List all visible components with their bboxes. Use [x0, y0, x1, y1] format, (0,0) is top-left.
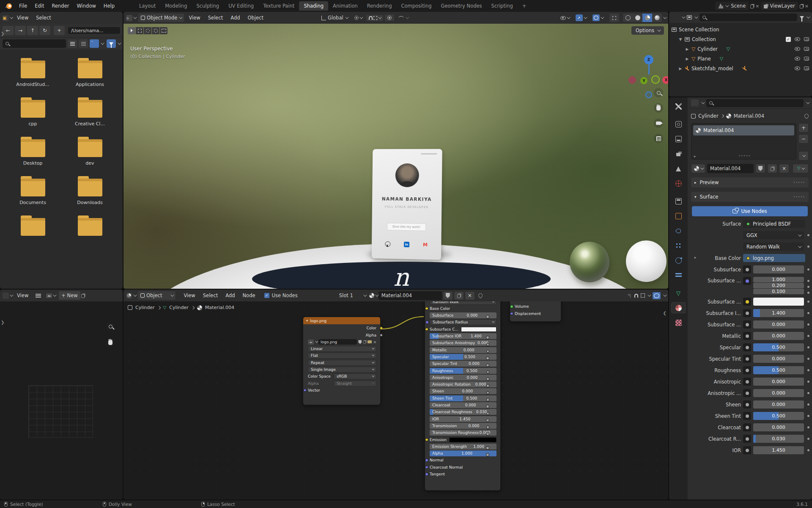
shading-wireframe-button[interactable] [623, 14, 633, 22]
view-thumbnail-button[interactable] [90, 39, 99, 48]
slot-expand-icon[interactable]: ▸ [694, 154, 696, 158]
vector-input-socket[interactable] [425, 466, 428, 469]
animate-dot[interactable] [807, 301, 809, 303]
value-slider[interactable]: 0.000 [753, 378, 804, 386]
value-input-socket[interactable] [486, 315, 489, 319]
value-slider[interactable]: 0.500 [753, 343, 804, 351]
bsdf-row-sheen-tint[interactable]: Sheen Tint0.500 [430, 395, 497, 401]
shader-editor[interactable]: Object ViewSelectAddNode ✓ Use Nodes Slo… [123, 290, 668, 500]
menu-render[interactable]: Render [48, 2, 73, 10]
viewport-3d[interactable]: ⊹ Object Mode ViewSelectAddObject Global [123, 12, 668, 289]
vector-input-socket[interactable] [303, 389, 307, 392]
value-slider[interactable]: 0.500 [753, 412, 804, 420]
disclosure-icon[interactable]: ▶ [678, 66, 683, 71]
value-input-socket[interactable] [486, 405, 489, 409]
checkbox-checked-icon[interactable]: ✓ [786, 37, 791, 42]
socket-button[interactable] [743, 435, 751, 443]
menu-file[interactable]: File [15, 2, 31, 10]
value-input-socket[interactable] [486, 377, 490, 381]
bsdf-row-metallic[interactable]: Metallic0.000 [430, 347, 497, 353]
vector-field[interactable]: 0.200 [753, 283, 804, 288]
value-input-socket[interactable] [486, 398, 490, 401]
create-folder-button[interactable]: + [54, 26, 65, 35]
image-name-field[interactable]: logo.png [318, 339, 357, 345]
socket-button[interactable] [743, 343, 751, 351]
bsdf-row-emission[interactable]: Emission [430, 437, 497, 443]
animate-dot[interactable] [807, 346, 809, 348]
properties-tab-physics[interactable] [671, 255, 686, 266]
overlays-icon[interactable] [653, 292, 661, 299]
zoom-gizmo[interactable] [654, 88, 663, 97]
shader-input-socket[interactable] [510, 305, 513, 309]
socket-button[interactable] [743, 265, 751, 273]
workspace-tab-uv-editing[interactable]: UV Editing [224, 1, 258, 11]
properties-tab-scene[interactable] [671, 163, 686, 174]
workspace-tab-scripting[interactable]: Scripting [487, 1, 518, 11]
bsdf-row-tangent[interactable]: Tangent [430, 471, 497, 477]
color-swatch[interactable] [461, 327, 497, 332]
breadcrumb-object[interactable]: Cylinder [698, 113, 719, 119]
outliner-type-icon[interactable] [672, 14, 679, 21]
value-input-socket[interactable] [486, 370, 490, 374]
animate-dot[interactable] [807, 246, 809, 248]
fake-user-button[interactable] [443, 291, 453, 300]
white-sphere-object[interactable] [626, 240, 667, 282]
color-input-socket[interactable] [425, 438, 428, 442]
folder-item-partial[interactable] [61, 215, 118, 236]
mode-selector[interactable]: Object Mode [138, 14, 184, 22]
menu-object[interactable]: Object [244, 14, 267, 22]
properties-tab-texture[interactable] [671, 317, 686, 328]
folder-item[interactable]: Documents [4, 175, 61, 205]
use-nodes-checkbox[interactable]: ✓ Use Nodes [264, 293, 298, 298]
menu-view[interactable]: View [185, 14, 204, 22]
forward-button[interactable]: → [15, 26, 26, 35]
outliner-row-collection[interactable]: ▼Collection✓ [672, 34, 812, 44]
workspace-tab-+[interactable]: + [518, 1, 531, 11]
region-expander-icon[interactable]: ❮ [663, 311, 667, 315]
animate-dot[interactable] [807, 449, 809, 451]
use-nodes-button[interactable]: Use Nodes [692, 206, 808, 216]
animate-dot[interactable] [807, 335, 809, 337]
workspace-tab-sculpting[interactable]: Sculpting [192, 1, 224, 11]
menu-edit[interactable]: Edit [31, 2, 48, 10]
animate-dot[interactable] [807, 381, 809, 383]
value-slider[interactable]: 1.450 [753, 446, 804, 454]
color-output-socket[interactable] [380, 327, 383, 330]
socket-button[interactable] [743, 298, 751, 306]
view-detail-button[interactable] [79, 39, 88, 48]
material-slot-item[interactable]: Material.004 [693, 125, 794, 135]
animate-dot[interactable] [807, 392, 809, 394]
eye-icon[interactable] [795, 37, 800, 41]
copy-material-button[interactable] [454, 291, 464, 300]
socket-button[interactable] [743, 320, 751, 329]
image-editor-type-icon[interactable] [3, 293, 9, 299]
value-slider[interactable]: 0.000 [753, 332, 804, 340]
editor-type-icon[interactable]: ⊹ [126, 15, 132, 21]
breadcrumb-material[interactable]: Material.004 [734, 113, 764, 119]
image-browse-icon[interactable] [46, 293, 52, 298]
outliner-row-sketchfab_model[interactable]: ▶Sketchfab_model [672, 64, 812, 73]
open-folder-icon[interactable] [368, 340, 372, 343]
properties-tab-collection[interactable] [671, 196, 686, 207]
vector-input-socket[interactable] [510, 312, 513, 315]
proportional-edit-toggle[interactable] [385, 14, 394, 21]
bsdf-row-subsurface-radius[interactable]: Subsurface Radius [430, 319, 497, 325]
bsdf-row-specular[interactable]: Specular0.500 [430, 354, 497, 360]
animate-dot[interactable] [807, 438, 809, 440]
workspace-tab-animation[interactable]: Animation [328, 1, 362, 11]
bsdf-row-transmission[interactable]: Transmission0.000 [430, 423, 497, 429]
value-input-socket[interactable] [486, 419, 489, 422]
socket-button[interactable] [743, 412, 751, 420]
value-slider[interactable]: 1.400 [753, 309, 804, 317]
unlink-material-button[interactable]: × [779, 164, 789, 173]
slot-selector[interactable]: Slot 1 [337, 291, 368, 300]
principled-bsdf-node[interactable]: GGXRandom WalkBase ColorSubsurface0.000S… [425, 290, 501, 491]
axis-neg-handle[interactable] [628, 76, 636, 84]
axis-neg-z-handle[interactable] [645, 91, 652, 98]
menu-node[interactable]: Node [239, 291, 259, 300]
properties-type-icon[interactable] [691, 99, 699, 106]
image-node-dropdown-flat[interactable]: Flat [308, 353, 376, 359]
scene-selector[interactable]: Scene [715, 2, 749, 10]
outliner-row-scene-collection[interactable]: Scene Collection [672, 25, 812, 34]
workspace-tab-compositing[interactable]: Compositing [396, 1, 436, 11]
